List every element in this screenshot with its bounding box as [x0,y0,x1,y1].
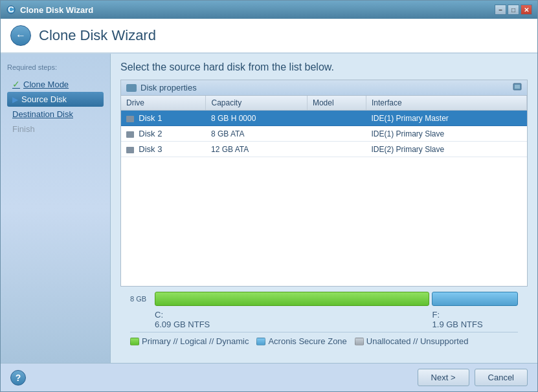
interface-cell: IDE(1) Primary Slave [366,126,526,142]
col-model: Model [307,96,366,111]
disk-thumb-icon [126,131,134,138]
disk-thumb-icon [126,147,134,153]
content-area: Required steps: ✓ Clone Mode ▶ Source Di… [1,54,537,363]
clone-disk-wizard-window: C Clone Disk Wizard – □ ✕ ← Clone Disk W… [0,0,538,392]
help-button[interactable]: ? [10,370,26,386]
col-interface: Interface [366,96,526,111]
disk-properties-label: Disk properties [140,83,197,93]
cancel-button[interactable]: Cancel [475,369,528,386]
disk-table-container: Drive Capacity Model Interface Disk 1 [121,96,527,286]
window-title: Clone Disk Wizard [20,5,93,15]
disk-panel-header-left: Disk properties [126,83,197,93]
arrow-icon: ▶ [12,95,18,104]
legend-unallocated-label: Unallocated // Unsupported [366,336,469,346]
table-row[interactable]: Disk 2 8 GB ATA IDE(1) Primary Slave [121,126,527,142]
sidebar-item-destination-disk[interactable]: Destination Disk [7,107,104,122]
legend-green-box [130,338,139,345]
drive-label: Disk 1 [139,113,162,123]
sidebar: Required steps: ✓ Clone Mode ▶ Source Di… [1,54,111,363]
table-row[interactable]: Disk 1 8 GB H 0000 IDE(1) Primary Master [121,111,527,126]
window-icon: C [6,5,16,15]
title-bar: C Clone Disk Wizard – □ ✕ [1,1,537,19]
col-capacity: Capacity [206,96,307,111]
partition-c-size: 6.09 GB NTFS [155,320,430,329]
partition-labels-row: C: 6.09 GB NTFS F: 1.9 GB NTFS [155,310,518,329]
header: ← Clone Disk Wizard [1,19,537,54]
sidebar-item-finish: Finish [7,122,104,136]
sidebar-item-destination-disk-label: Destination Disk [12,109,73,119]
sidebar-item-clone-mode-label: Clone Mode [23,80,69,89]
legend: Primary // Logical // Dynamic Acronis Se… [130,332,518,350]
checkmark-icon: ✓ [12,79,20,89]
app-title: Clone Disk Wizard [39,27,156,44]
col-drive: Drive [121,96,206,111]
legend-acronis-label: Acronis Secure Zone [268,336,346,346]
svg-text:C: C [8,5,14,14]
legend-blue-box [256,338,265,345]
legend-primary-label: Primary // Logical // Dynamic [142,336,249,346]
capacity-cell: 8 GB ATA [206,126,307,142]
close-button[interactable]: ✕ [521,5,532,15]
legend-gray-box [355,338,364,345]
footer: ? Next > Cancel [1,363,537,391]
bottom-section: 8 GB C: 6.09 GB NTFS F: 1.9 GB NTFS [120,287,528,355]
drive-cell: Disk 2 [121,126,206,142]
drive-label: Disk 2 [139,129,162,138]
drive-cell: Disk 1 [121,111,206,126]
disk-panel: Disk properties Drive [120,80,528,287]
legend-acronis: Acronis Secure Zone [256,336,346,346]
partitions-container [155,292,518,306]
legend-primary: Primary // Logical // Dynamic [130,336,249,346]
drive-cell: Disk 3 [121,142,206,157]
partition-c-label: C: 6.09 GB NTFS [155,310,430,329]
restore-button[interactable]: □ [508,5,519,15]
sidebar-item-clone-mode[interactable]: ✓ Clone Mode [7,76,104,92]
legend-unallocated: Unallocated // Unsupported [355,336,469,346]
partition-f-label: F: 1.9 GB NTFS [432,310,518,329]
disk-panel-icon [126,84,137,92]
sidebar-item-source-disk-label: Source Disk [21,94,67,104]
interface-cell: IDE(2) Primary Slave [366,142,526,157]
main-title: Select the source hard disk from the lis… [120,61,528,73]
model-cell [307,111,366,126]
back-button[interactable]: ← [10,25,31,46]
partition-c [155,292,429,306]
capacity-cell: 12 GB ATA [206,142,307,157]
svg-rect-3 [515,85,520,89]
table-header-row: Drive Capacity Model Interface [121,96,527,111]
sidebar-required-label: Required steps: [7,63,104,71]
minimize-button[interactable]: – [495,5,506,15]
model-cell [307,126,366,142]
sidebar-item-source-disk[interactable]: ▶ Source Disk [7,92,104,107]
footer-buttons: Next > Cancel [418,369,528,386]
capacity-cell: 8 GB H 0000 [206,111,307,126]
disk-size-label: 8 GB [130,295,150,303]
model-cell [307,142,366,157]
partition-f [432,292,519,306]
partition-f-size: 1.9 GB NTFS [432,320,518,329]
interface-cell: IDE(1) Primary Master [366,111,526,126]
disk-panel-header-icon [513,83,522,93]
disk-panel-header: Disk properties [121,80,527,96]
next-button[interactable]: Next > [418,369,469,386]
main-area: Select the source hard disk from the lis… [111,54,537,363]
disk-thumb-icon [126,116,134,122]
partition-c-drive: C: [155,310,430,320]
drive-label: Disk 3 [139,144,162,154]
sidebar-item-finish-label: Finish [12,124,35,134]
disk-visual: 8 GB [130,292,518,306]
footer-left: ? [10,370,26,386]
disk-table: Drive Capacity Model Interface Disk 1 [121,96,527,157]
window-controls: – □ ✕ [495,5,532,15]
partition-f-drive: F: [432,310,518,320]
table-row[interactable]: Disk 3 12 GB ATA IDE(2) Primary Slave [121,142,527,157]
